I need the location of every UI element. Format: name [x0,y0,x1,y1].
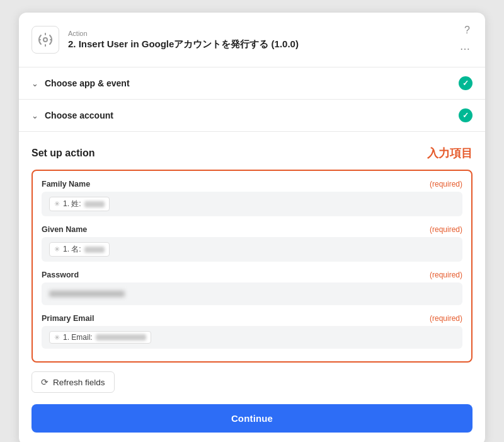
password-blur [49,291,125,297]
choose-account-label: Choose account [45,110,459,120]
family-name-tag-text: 1. 姓: [63,199,81,209]
choose-account-section[interactable]: ⌄ Choose account [19,100,485,132]
tag-asterisk-icon: ✳ [54,200,60,208]
choose-account-check [459,108,472,122]
setup-section: Set up action 入力項目 Family Name (required… [19,132,485,442]
refresh-fields-button[interactable]: ⟳ Refresh fields [32,371,115,393]
given-name-group: Given Name (required) ✳ 1. 名: [42,225,462,262]
password-label: Password [42,270,79,279]
action-label: Action [68,30,457,37]
password-group: Password (required) [42,270,462,305]
header-actions: ? ⋯ [457,24,472,55]
fields-container: Family Name (required) ✳ 1. 姓: Given Nam… [32,170,472,363]
choose-app-section[interactable]: ⌄ Choose app & event [19,67,485,100]
choose-app-label: Choose app & event [45,78,459,88]
refresh-fields-label: Refresh fields [53,378,105,387]
chevron-down-icon: ⌄ [32,79,38,88]
action-header: Action 2. Insert User in Googleアカウントを発行す… [19,13,485,67]
primary-email-input[interactable]: ✳ 1. Email: [42,326,462,349]
refresh-icon: ⟳ [41,377,49,387]
primary-email-required: (required) [430,314,462,323]
password-input[interactable] [42,282,462,305]
primary-email-label: Primary Email [42,314,94,323]
given-name-blur [84,247,105,253]
continue-button[interactable]: Continue [32,404,472,433]
primary-email-tag: ✳ 1. Email: [49,331,151,344]
family-name-group: Family Name (required) ✳ 1. 姓: [42,180,462,216]
family-name-label-row: Family Name (required) [42,180,462,189]
family-name-required: (required) [430,180,462,189]
given-name-tag: ✳ 1. 名: [49,242,110,257]
given-name-tag-text: 1. 名: [63,244,81,255]
primary-email-blur [96,334,146,340]
tag-asterisk-icon-2: ✳ [54,245,60,253]
action-icon [32,26,59,54]
action-title: 2. Insert User in Googleアカウントを発行する (1.0.… [68,38,457,50]
choose-app-check [459,76,472,90]
setup-title: Set up action [32,148,94,159]
annotation-label: 入力項目 [427,146,472,161]
given-name-label: Given Name [42,225,87,234]
password-required: (required) [430,270,462,279]
family-name-blur [84,201,105,207]
chevron-down-icon-2: ⌄ [32,111,38,120]
more-button[interactable]: ⋯ [457,43,472,55]
setup-header: Set up action 入力項目 [32,146,472,161]
header-text: Action 2. Insert User in Googleアカウントを発行す… [68,30,457,50]
password-label-row: Password (required) [42,270,462,279]
primary-email-label-row: Primary Email (required) [42,314,462,323]
given-name-required: (required) [430,225,462,234]
family-name-tag: ✳ 1. 姓: [49,197,110,211]
given-name-label-row: Given Name (required) [42,225,462,234]
family-name-label: Family Name [42,180,90,189]
family-name-input[interactable]: ✳ 1. 姓: [42,192,462,216]
tag-asterisk-icon-3: ✳ [54,334,60,342]
svg-point-0 [43,38,47,42]
primary-email-tag-text: 1. Email: [63,333,93,342]
given-name-input[interactable]: ✳ 1. 名: [42,237,462,262]
help-button[interactable]: ? [462,24,472,37]
primary-email-group: Primary Email (required) ✳ 1. Email: [42,314,462,349]
